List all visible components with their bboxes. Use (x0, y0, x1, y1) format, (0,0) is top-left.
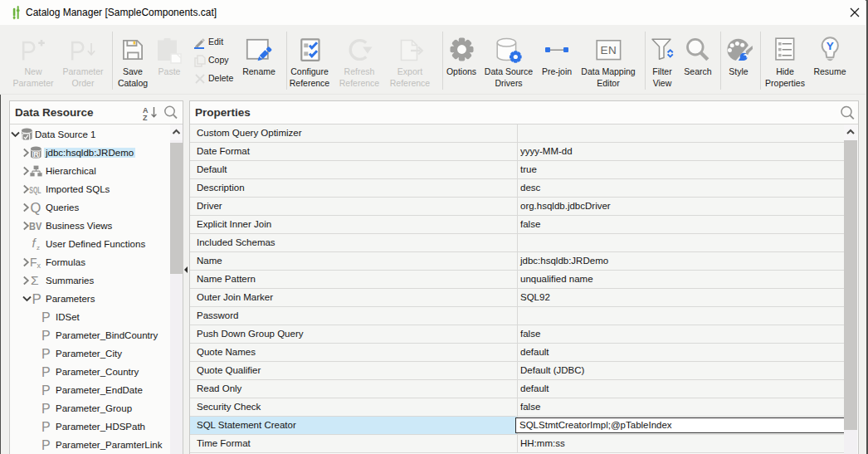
svg-text:R: R (33, 150, 39, 159)
svg-text:Σ: Σ (31, 273, 39, 287)
svg-text:Q: Q (31, 200, 41, 215)
svg-text:P: P (41, 420, 51, 434)
svg-text:P: P (41, 383, 51, 398)
svg-text:Z: Z (143, 114, 148, 121)
svg-text:x: x (37, 261, 41, 270)
svg-text:P: P (32, 291, 41, 306)
svg-text:SQL: SQL (29, 184, 41, 195)
svg-text:P: P (41, 329, 51, 343)
svg-text:EN: EN (601, 44, 617, 56)
svg-text:z: z (37, 244, 40, 251)
svg-text:P: P (41, 365, 51, 379)
svg-text:F: F (30, 256, 37, 269)
svg-text:P: P (41, 310, 51, 325)
svg-text:BV: BV (29, 222, 42, 232)
svg-text:P: P (41, 438, 51, 452)
svg-text:P: P (41, 402, 51, 416)
svg-text:Y: Y (827, 40, 834, 52)
svg-text:P: P (41, 347, 51, 361)
